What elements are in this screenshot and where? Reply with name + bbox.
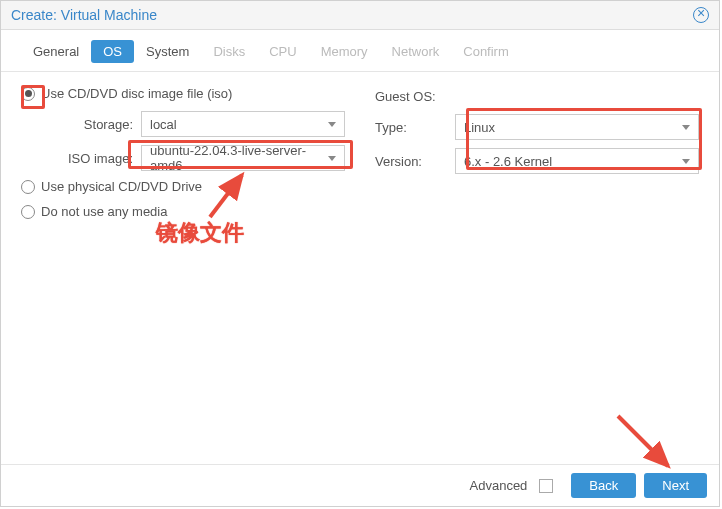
- type-value: Linux: [464, 120, 495, 135]
- radio-icon: [21, 205, 35, 219]
- version-label: Version:: [375, 154, 455, 169]
- tab-memory: Memory: [309, 40, 380, 63]
- tab-cpu: CPU: [257, 40, 308, 63]
- version-select[interactable]: 6.x - 2.6 Kernel: [455, 148, 699, 174]
- tab-network: Network: [380, 40, 452, 63]
- tab-general[interactable]: General: [21, 40, 91, 63]
- type-row: Type: Linux: [375, 114, 699, 140]
- guest-os-label: Guest OS:: [375, 86, 699, 104]
- tab-confirm: Confirm: [451, 40, 521, 63]
- iso-select[interactable]: ubuntu-22.04.3-live-server-amd6: [141, 145, 345, 171]
- chevron-down-icon: [328, 122, 336, 127]
- version-row: Version: 6.x - 2.6 Kernel: [375, 148, 699, 174]
- version-value: 6.x - 2.6 Kernel: [464, 154, 552, 169]
- radio-use-none[interactable]: Do not use any media: [21, 204, 345, 219]
- storage-select[interactable]: local: [141, 111, 345, 137]
- iso-label: ISO image:: [21, 151, 141, 166]
- iso-value: ubuntu-22.04.3-live-server-amd6: [150, 143, 328, 173]
- titlebar: Create: Virtual Machine: [1, 1, 719, 30]
- radio-icon: [21, 87, 35, 101]
- radio-use-iso[interactable]: Use CD/DVD disc image file (iso): [21, 86, 345, 101]
- advanced-checkbox[interactable]: [539, 479, 553, 493]
- radio-use-physical[interactable]: Use physical CD/DVD Drive: [21, 179, 345, 194]
- radio-icon: [21, 180, 35, 194]
- radio-label-iso: Use CD/DVD disc image file (iso): [41, 86, 232, 101]
- type-label: Type:: [375, 120, 455, 135]
- chevron-down-icon: [682, 125, 690, 130]
- back-button[interactable]: Back: [571, 473, 636, 498]
- storage-row: Storage: local: [21, 111, 345, 137]
- type-select[interactable]: Linux: [455, 114, 699, 140]
- dialog-title: Create: Virtual Machine: [11, 7, 157, 23]
- tab-system[interactable]: System: [134, 40, 201, 63]
- tab-os[interactable]: OS: [91, 40, 134, 63]
- chevron-down-icon: [682, 159, 690, 164]
- right-column: Guest OS: Type: Linux Version: 6.x - 2.6…: [375, 86, 699, 450]
- radio-label-none: Do not use any media: [41, 204, 167, 219]
- create-vm-dialog: Create: Virtual Machine General OS Syste…: [0, 0, 720, 507]
- storage-value: local: [150, 117, 177, 132]
- chevron-down-icon: [328, 156, 336, 161]
- content-area: Use CD/DVD disc image file (iso) Storage…: [1, 72, 719, 464]
- radio-label-physical: Use physical CD/DVD Drive: [41, 179, 202, 194]
- dialog-footer: Advanced Back Next: [1, 464, 719, 506]
- iso-row: ISO image: ubuntu-22.04.3-live-server-am…: [21, 145, 345, 171]
- advanced-label: Advanced: [470, 478, 528, 493]
- next-button[interactable]: Next: [644, 473, 707, 498]
- tab-disks: Disks: [201, 40, 257, 63]
- storage-label: Storage:: [21, 117, 141, 132]
- close-icon[interactable]: [693, 7, 709, 23]
- left-column: Use CD/DVD disc image file (iso) Storage…: [21, 86, 345, 450]
- wizard-tabs: General OS System Disks CPU Memory Netwo…: [1, 30, 719, 72]
